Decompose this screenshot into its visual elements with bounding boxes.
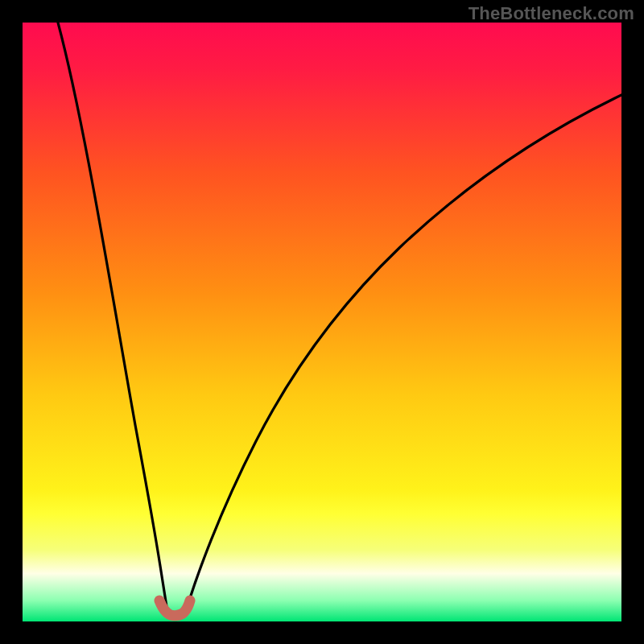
plot-frame [23, 23, 621, 621]
bottleneck-chart [23, 23, 621, 621]
watermark-text: TheBottleneck.com [469, 3, 634, 24]
gradient-background [23, 23, 621, 621]
